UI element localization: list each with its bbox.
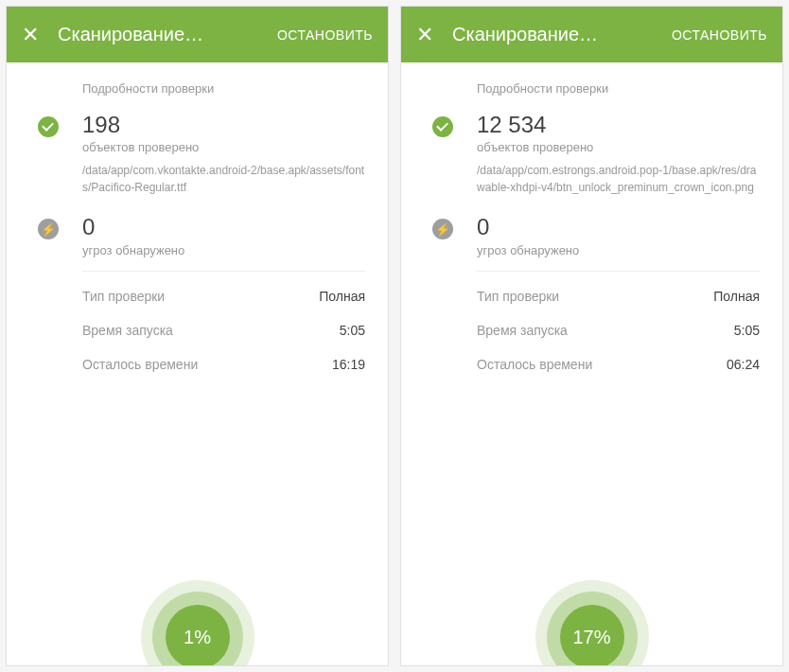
scan-screen: ✕ Сканирование… ОСТАНОВИТЬ Подробности п…: [400, 6, 783, 666]
progress-indicator: 1%: [141, 580, 254, 666]
checked-body: 198 объектов проверено /data/app/com.vko…: [82, 113, 365, 196]
close-icon[interactable]: ✕: [416, 25, 433, 45]
check-icon: [432, 116, 453, 137]
start-time-label: Время запуска: [477, 323, 568, 338]
check-icon-wrap: [424, 113, 462, 196]
remaining-time-value: 06:24: [727, 357, 760, 372]
progress-ring: 1%: [141, 580, 254, 666]
details-label: Подробности проверки: [29, 62, 365, 107]
checked-label: объектов проверено: [477, 140, 760, 154]
scan-type-value: Полная: [319, 289, 365, 304]
threats-count: 0: [82, 215, 365, 239]
progress-ring: 17%: [535, 580, 649, 666]
header-title: Сканирование…: [58, 24, 258, 45]
divider: [477, 271, 760, 272]
progress-percent: 17%: [560, 605, 624, 666]
remaining-time-row: Осталось времени 06:24: [477, 347, 760, 381]
remaining-time-label: Осталось времени: [82, 357, 198, 372]
threats-count: 0: [477, 215, 760, 239]
threats-label: угроз обнаружено: [82, 243, 365, 257]
checked-label: объектов проверено: [82, 140, 365, 154]
scan-screen: ✕ Сканирование… ОСТАНОВИТЬ Подробности п…: [6, 6, 389, 666]
current-file-path: /data/app/com.estrongs.android.pop-1/bas…: [477, 162, 760, 196]
progress-indicator: 17%: [535, 580, 649, 666]
scan-type-label: Тип проверки: [82, 289, 165, 304]
close-icon[interactable]: ✕: [22, 25, 39, 45]
checked-count: 198: [82, 113, 365, 137]
details-label: Подробности проверки: [424, 62, 760, 107]
start-time-label: Время запуска: [82, 323, 173, 338]
app-header: ✕ Сканирование… ОСТАНОВИТЬ: [401, 7, 782, 62]
checked-body: 12 534 объектов проверено /data/app/com.…: [477, 113, 760, 196]
start-time-row: Время запуска 5:05: [82, 313, 365, 347]
progress-percent: 1%: [166, 605, 230, 666]
bolt-icon-wrap: ⚡: [29, 215, 67, 256]
remaining-time-label: Осталось времени: [477, 357, 592, 372]
bolt-icon: ⚡: [38, 219, 59, 239]
check-icon-wrap: [29, 113, 67, 196]
info-list: Тип проверки Полная Время запуска 5:05 О…: [477, 279, 760, 381]
content-area: Подробности проверки 12 534 объектов про…: [401, 62, 782, 665]
remaining-time-row: Осталось времени 16:19: [82, 347, 365, 381]
current-file-path: /data/app/com.vkontakte.android-2/base.a…: [82, 162, 365, 196]
divider: [82, 271, 365, 272]
stop-button[interactable]: ОСТАНОВИТЬ: [672, 27, 767, 43]
app-header: ✕ Сканирование… ОСТАНОВИТЬ: [7, 7, 388, 62]
threats-body: 0 угроз обнаружено: [82, 215, 365, 256]
scan-type-label: Тип проверки: [477, 289, 559, 304]
start-time-row: Время запуска 5:05: [477, 313, 760, 347]
scan-type-row: Тип проверки Полная: [477, 279, 760, 313]
checked-row: 12 534 объектов проверено /data/app/com.…: [424, 107, 760, 209]
info-list: Тип проверки Полная Время запуска 5:05 О…: [82, 279, 365, 381]
threats-label: угроз обнаружено: [477, 243, 760, 257]
threats-row: ⚡ 0 угроз обнаружено: [29, 209, 365, 270]
checked-row: 198 объектов проверено /data/app/com.vko…: [29, 107, 365, 209]
scan-type-row: Тип проверки Полная: [82, 279, 365, 313]
bolt-icon: ⚡: [432, 219, 453, 239]
stop-button[interactable]: ОСТАНОВИТЬ: [277, 27, 373, 43]
threats-row: ⚡ 0 угроз обнаружено: [424, 209, 760, 270]
header-title: Сканирование…: [452, 24, 653, 45]
remaining-time-value: 16:19: [332, 357, 365, 372]
start-time-value: 5:05: [734, 323, 760, 338]
start-time-value: 5:05: [340, 323, 365, 338]
bolt-icon-wrap: ⚡: [424, 215, 462, 256]
scan-type-value: Полная: [713, 289, 760, 304]
checked-count: 12 534: [477, 113, 760, 137]
check-icon: [38, 116, 59, 137]
content-area: Подробности проверки 198 объектов провер…: [7, 62, 388, 665]
threats-body: 0 угроз обнаружено: [477, 215, 760, 256]
